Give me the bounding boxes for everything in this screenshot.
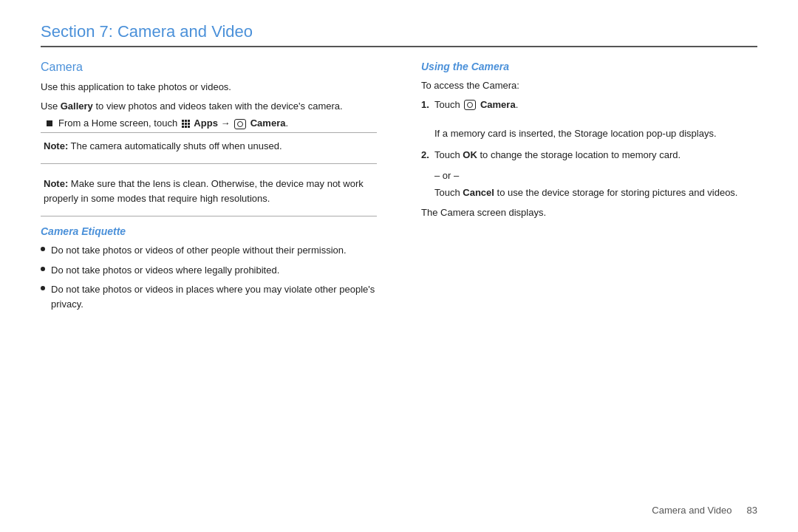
steps-list: 1. Touch Camera. If a memory card is ins… — [421, 98, 757, 163]
square-bullet-icon — [47, 120, 52, 126]
step-number-1: 1. — [421, 98, 434, 112]
section-title: Section 7: Camera and Video — [41, 22, 757, 41]
list-item: Do not take photos or videos in places w… — [41, 282, 377, 311]
note-2-text: Note: Make sure that the lens is clean. … — [44, 177, 374, 205]
or-separator: – or – — [434, 170, 757, 181]
step-2-content: Touch OK to change the storage location … — [434, 148, 757, 163]
page-footer: Camera and Video 83 — [652, 505, 757, 516]
access-text: To access the Camera: — [421, 78, 757, 93]
list-item: Do not take photos or videos of other pe… — [41, 243, 377, 258]
footer-label: Camera and Video — [652, 505, 732, 516]
apps-grid-icon — [182, 120, 190, 128]
step-1-content: Touch Camera. If a memory card is insert… — [434, 98, 757, 141]
note-box-2: Note: Make sure that the lens is clean. … — [41, 171, 377, 216]
list-item: 1. Touch Camera. If a memory card is ins… — [421, 98, 757, 141]
left-column: Camera Use this application to take phot… — [41, 61, 384, 316]
bullet-dot-icon — [41, 286, 45, 290]
page-number: 83 — [747, 505, 757, 516]
camera-icon — [464, 100, 476, 110]
etiquette-list: Do not take photos or videos of other pe… — [41, 243, 377, 311]
home-screen-bullet: From a Home screen, touch Apps → Camera. — [41, 117, 377, 129]
cancel-text: Touch Cancel to use the device storage f… — [434, 185, 757, 200]
right-column: Using the Camera To access the Camera: 1… — [414, 61, 757, 316]
list-item: Do not take photos or videos where legal… — [41, 263, 377, 278]
content-columns: Camera Use this application to take phot… — [41, 61, 757, 316]
etiquette-heading: Camera Etiquette — [41, 225, 377, 237]
camera-heading: Camera — [41, 61, 377, 74]
etiquette-section: Camera Etiquette Do not take photos or v… — [41, 225, 377, 311]
camera-icon — [234, 119, 246, 129]
list-item: 2. Touch OK to change the storage locati… — [421, 148, 757, 163]
intro-text-1: Use this application to take photos or v… — [41, 80, 377, 95]
intro-text-2: Use Gallery to view photos and videos ta… — [41, 99, 377, 114]
note-box-1: Note: The camera automatically shuts off… — [41, 132, 377, 165]
home-screen-text: From a Home screen, touch Apps → Camera. — [58, 117, 288, 129]
section-divider — [41, 46, 757, 47]
bullet-dot-icon — [41, 267, 45, 271]
page: Section 7: Camera and Video Camera Use t… — [0, 0, 798, 532]
note-1-text: Note: The camera automatically shuts off… — [44, 139, 374, 154]
using-heading: Using the Camera — [421, 61, 757, 72]
bullet-dot-icon — [41, 247, 45, 251]
step-number-2: 2. — [421, 148, 434, 163]
final-text: The Camera screen displays. — [421, 205, 757, 220]
